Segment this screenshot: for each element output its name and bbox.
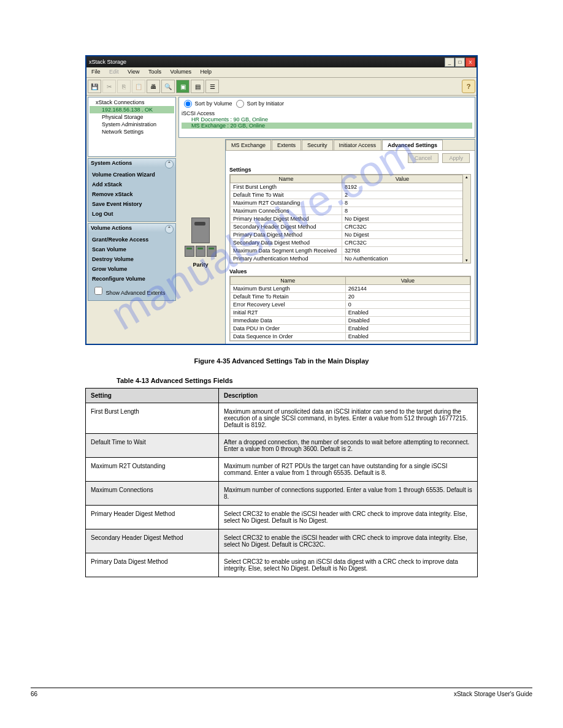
tree-ip[interactable]: 192.168.56.138 . OK [90, 106, 174, 113]
table-row: First Burst Length8192 [231, 183, 463, 191]
col-name: Name [231, 175, 342, 183]
page-footer: 66 xStack Storage User's Guide [31, 688, 532, 697]
tab-bar: MS Exchange Extents Security Initiator A… [226, 140, 475, 151]
tree-root[interactable]: xStack Connections [90, 99, 174, 106]
table-row: Default Time to WaitAfter a dropped conn… [86, 434, 478, 458]
menu-view[interactable]: View [124, 67, 143, 76]
volume-exchange[interactable]: MS Exchange : 20 GB, Online [182, 123, 472, 129]
tab-extents[interactable]: Extents [272, 140, 301, 150]
action-reconfigure[interactable]: Reconfigure Volume [91, 274, 173, 284]
volume-hr[interactable]: HR Documents : 90 GB, Online [182, 116, 472, 123]
table-row: Secondary Data Digest MethodCRC32C [231, 239, 463, 247]
table-row: Maximum R2T OutstandingMaximum number of… [86, 458, 478, 482]
tab-ms-exchange[interactable]: MS Exchange [226, 140, 271, 150]
collapse-icon[interactable]: ⌃ [165, 160, 174, 169]
action-logout[interactable]: Log Out [91, 209, 173, 219]
tab-security[interactable]: Security [302, 140, 333, 150]
table-row: Primary Data Digest MethodNo Digest [231, 231, 463, 239]
col-value: Value [342, 175, 462, 183]
table-row: Maximum ConnectionsMaximum number of con… [86, 482, 478, 506]
action-vol-wizard[interactable]: Volume Creation Wizard [91, 170, 173, 180]
sort-by-initiator[interactable]: Sort by Initiator [234, 100, 284, 107]
server-icon [191, 218, 210, 243]
tab-advanced[interactable]: Advanced Settings [382, 140, 443, 150]
cut-icon: ✂ [102, 80, 116, 93]
action-add-xstack[interactable]: Add xStack [91, 180, 173, 189]
system-actions-title: System Actions [91, 160, 132, 166]
action-remove-xstack[interactable]: Remove xStack [91, 189, 173, 199]
volume-diagram: Parity [178, 139, 223, 345]
table-row: Default Time To Wait2 [231, 191, 463, 199]
table-row: Data PDU In OrderEnabled [231, 325, 470, 333]
sort-by-volume[interactable]: Sort by Volume [182, 100, 232, 107]
minimize-button[interactable]: _ [445, 58, 454, 67]
action-grant-revoke[interactable]: Grant/Revoke Access [91, 235, 173, 245]
disk-icon [207, 246, 216, 257]
system-actions-panel: System Actions⌃ Volume Creation Wizard A… [88, 158, 176, 222]
search-icon[interactable]: 🔍 [161, 80, 175, 93]
apply-button: Apply [442, 153, 470, 163]
show-advanced-label: Show Advanced Extents [106, 290, 166, 296]
app-window: xStack Storage _ □ X File Edit View Tool… [85, 55, 478, 345]
menubar: File Edit View Tools Volumes Help [86, 67, 477, 78]
table-row: Secondary Header Digest MethodCRC32C [231, 223, 463, 231]
paste-icon: 📋 [132, 80, 145, 93]
table-row: First Burst LengthMaximum amount of unso… [86, 403, 478, 434]
show-advanced-checkbox[interactable] [94, 287, 102, 295]
help-icon[interactable]: ? [462, 80, 475, 93]
table-row: Default Time To Retain20 [231, 293, 470, 301]
print-icon[interactable]: 🖶 [147, 80, 160, 93]
tree-item-network[interactable]: Network Settings [90, 128, 174, 135]
action-destroy[interactable]: Destroy Volume [91, 254, 173, 264]
table-row: Initial R2TEnabled [231, 309, 470, 317]
settings-grid: NameValue First Burst Length8192 Default… [229, 174, 471, 264]
table-row: Maximum Data Segment Length Received3276… [231, 247, 463, 255]
disk-icon [196, 246, 205, 257]
col-value: Value [345, 277, 470, 285]
tree-item-storage[interactable]: Physical Storage [90, 113, 174, 121]
menu-tools[interactable]: Tools [145, 67, 165, 76]
toolbar: 💾 ✂ ⎘ 📋 🖶 🔍 ▣ ▤ ☰ ? [86, 78, 477, 96]
table-row: Maximum Burst Length262144 [231, 285, 470, 293]
copy-icon: ⎘ [117, 80, 131, 93]
titlebar: xStack Storage _ □ X [86, 56, 477, 67]
volume-actions-title: Volume Actions [91, 225, 132, 231]
table-row: Primary Header Digest MethodSelect CRC32… [86, 506, 478, 529]
table-row: Data Sequence In OrderEnabled [231, 333, 470, 341]
connections-panel: xStack Connections 192.168.56.138 . OK P… [88, 97, 176, 157]
prop-icon[interactable]: ▤ [191, 80, 204, 93]
fields-table: Setting Description First Burst LengthMa… [85, 388, 478, 577]
menu-help[interactable]: Help [197, 67, 216, 76]
col-name: Name [231, 277, 346, 285]
scrollbar[interactable] [462, 175, 470, 263]
iscsi-root[interactable]: iSCSI Access [182, 110, 472, 116]
tree-item-sysadmin[interactable]: System Administration [90, 121, 174, 128]
volume-list-area: Sort by Volume Sort by Initiator iSCSI A… [178, 97, 475, 138]
maximize-button[interactable]: □ [455, 58, 465, 67]
disk-icon [185, 246, 194, 257]
values-grid: NameValue Maximum Burst Length262144 Def… [229, 276, 471, 341]
tab-initiator[interactable]: Initiator Access [334, 140, 382, 150]
save-icon[interactable]: 💾 [88, 80, 101, 93]
volume-type-label: Parity [193, 262, 208, 268]
col-description: Description [219, 389, 478, 403]
table-row: Maximum Connections8 [231, 207, 463, 215]
table-row: Immediate DataDisabled [231, 317, 470, 325]
cancel-button: Cancel [408, 153, 439, 163]
values-header: Values [226, 267, 475, 276]
action-grow[interactable]: Grow Volume [91, 264, 173, 274]
add-icon[interactable]: ▣ [176, 80, 190, 93]
menu-edit: Edit [105, 67, 123, 76]
action-save-history[interactable]: Save Event History [91, 199, 173, 209]
menu-file[interactable]: File [88, 67, 104, 76]
action-scan[interactable]: Scan Volume [91, 245, 173, 254]
menu-volumes[interactable]: Volumes [166, 67, 195, 76]
close-button[interactable]: X [465, 58, 475, 67]
page-number: 66 [31, 691, 37, 697]
table-row: Secondary Header Digest MethodSelect CRC… [86, 529, 478, 553]
details-panel: MS Exchange Extents Security Initiator A… [225, 139, 475, 345]
list-icon[interactable]: ☰ [205, 80, 219, 93]
collapse-icon[interactable]: ⌃ [165, 225, 174, 233]
settings-header: Settings [226, 165, 475, 174]
table-row: Primary Authentication MethodNo Authenti… [231, 255, 463, 263]
